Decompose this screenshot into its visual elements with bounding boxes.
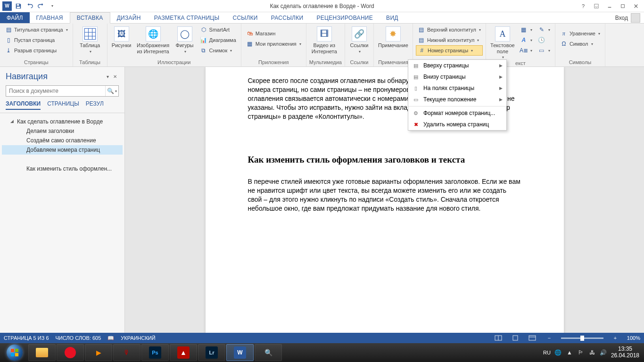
nav-node-root[interactable]: ◢Как сделать оглавление в Ворде — [2, 117, 123, 126]
tab-view[interactable]: ВИД — [380, 12, 405, 23]
textbox-button[interactable]: AТекстовое поле▾ — [489, 25, 516, 59]
tab-file[interactable]: ФАЙЛ — [0, 12, 30, 23]
status-page[interactable]: СТРАНИЦА 5 ИЗ 6 — [4, 335, 49, 341]
search-input[interactable] — [6, 86, 105, 96]
undo-icon[interactable] — [25, 1, 35, 11]
nav-node-2[interactable]: Создаём само оглавление — [2, 136, 123, 145]
taskbar-opera[interactable] — [57, 344, 84, 361]
qat-customize-icon[interactable]: ▾ — [47, 1, 58, 11]
table-button[interactable]: Таблица▾ — [76, 25, 104, 54]
tab-mailings[interactable]: РАССЫЛКИ — [264, 12, 310, 23]
object-button[interactable]: ▭▾ — [536, 45, 552, 56]
start-button[interactable] — [2, 344, 27, 361]
view-read-icon[interactable] — [493, 334, 504, 342]
maximize-icon[interactable] — [617, 1, 629, 11]
tab-review[interactable]: РЕЦЕНЗИРОВАНИЕ — [310, 12, 380, 23]
tray-lang[interactable]: RU — [543, 350, 551, 355]
nav-node-1[interactable]: Делаем заголовки — [2, 126, 123, 136]
taskbar-app2[interactable]: 🔍 — [255, 344, 282, 361]
shapes-button[interactable]: ◯Фигуры▾ — [173, 25, 196, 54]
minimize-icon[interactable] — [603, 1, 616, 11]
chart-button[interactable]: 📊Диаграмма — [198, 35, 238, 45]
menu-current-position[interactable]: ▭Текущее положение▶ — [408, 94, 506, 105]
taskbar-word[interactable]: W — [226, 344, 254, 361]
taskbar-mediaplayer[interactable]: ▶ — [85, 344, 112, 361]
nav-dropdown-icon[interactable]: ▾ — [104, 73, 111, 81]
taskbar-photoshop[interactable]: Ps — [141, 344, 169, 361]
page-number-button[interactable]: #Номер страницы▾ — [416, 45, 483, 56]
nav-node-4[interactable]: Как изменить стиль оформлен... — [2, 164, 123, 173]
nav-close-icon[interactable]: ✕ — [111, 73, 119, 81]
nav-node-3[interactable]: Добавляем номера страниц — [2, 145, 123, 155]
word-app-icon[interactable]: W — [2, 1, 12, 11]
zoom-out-icon[interactable]: − — [544, 334, 554, 342]
close-icon[interactable] — [630, 1, 642, 11]
status-language[interactable]: УКРАИНСКИЙ — [121, 335, 155, 341]
zoom-level[interactable]: 100% — [627, 335, 640, 341]
status-words[interactable]: ЧИСЛО СЛОВ: 605 — [56, 335, 101, 341]
zoom-slider[interactable] — [561, 337, 603, 339]
online-video-button[interactable]: 🎞Видео из Интернета — [309, 25, 339, 54]
tray-globe-icon[interactable]: 🌐 — [554, 349, 562, 356]
taskbar-app1[interactable]: 🎙 — [113, 344, 140, 361]
symbol-button[interactable]: ΩСимвол▾ — [558, 39, 602, 49]
search-icon[interactable]: 🔍▾ — [105, 86, 118, 96]
nav-tab-pages[interactable]: СТРАНИЦЫ — [47, 100, 79, 110]
myapps-button[interactable]: ▦Мои приложения▾ — [244, 39, 303, 49]
document-area[interactable]: Скорее всего после создания оглавления в… — [125, 67, 644, 333]
signin-area[interactable]: Вход — [615, 12, 644, 23]
signature-button[interactable]: ✎▾ — [536, 25, 552, 35]
online-pictures-button[interactable]: 🌐Изображения из Интернета — [135, 25, 172, 54]
page-break-button[interactable]: ⤓Разрыв страницы — [3, 45, 70, 56]
screenshot-button[interactable]: ⧉Снимок▾ — [198, 45, 238, 56]
taskbar-acrobat[interactable]: ▲ — [170, 344, 197, 361]
zoom-in-icon[interactable]: + — [610, 334, 620, 342]
tray-network-icon[interactable]: 🖧 — [588, 349, 596, 356]
tray-action-center-icon[interactable]: 🏳 — [577, 349, 585, 356]
header-button[interactable]: ▤Верхний колонтитул▾ — [416, 25, 483, 35]
quickparts-button[interactable]: ▦▾ — [518, 25, 534, 35]
online-pictures-icon: 🌐 — [146, 26, 161, 41]
footer-button[interactable]: ▤Нижний колонтитул▾ — [416, 35, 483, 45]
taskbar-explorer[interactable] — [28, 344, 56, 361]
menu-page-margins[interactable]: ▯На полях страницы▶ — [408, 82, 506, 94]
taskbar-lightroom[interactable]: Lr — [198, 344, 225, 361]
nav-tab-headings[interactable]: ЗАГОЛОВКИ — [6, 100, 41, 110]
tab-design[interactable]: ДИЗАЙН — [110, 12, 148, 23]
view-web-icon[interactable] — [527, 334, 537, 342]
tab-layout[interactable]: РАЗМЕТКА СТРАНИЦЫ — [148, 12, 226, 23]
tab-insert[interactable]: ВСТАВКА — [70, 12, 110, 24]
save-icon[interactable] — [13, 1, 24, 11]
blank-page-button[interactable]: ▯Пустая страница — [3, 35, 70, 45]
pictures-button[interactable]: 🖼Рисунки — [110, 25, 133, 49]
menu-remove-page-numbers[interactable]: ✖Удалить номера страниц — [408, 119, 506, 130]
tab-home[interactable]: ГЛАВНАЯ — [30, 12, 70, 23]
tray-clock[interactable]: 13:35 26.04.2018 — [611, 346, 639, 359]
redo-icon[interactable] — [36, 1, 46, 11]
tab-references[interactable]: ССЫЛКИ — [226, 12, 264, 23]
store-button[interactable]: 🛍Магазин — [244, 28, 303, 39]
page-number-menu: ▤Вверху страницы▶ ▤Внизу страницы▶ ▯На п… — [408, 59, 507, 131]
system-tray: RU 🌐 ▲ 🏳 🖧 🔊 13:35 26.04.2018 — [543, 346, 642, 359]
textbox-label: Текстовое поле — [489, 42, 516, 54]
ribbon-display-icon[interactable] — [590, 1, 603, 11]
status-proofing-icon[interactable]: 📖 — [107, 335, 114, 341]
menu-bottom-of-page[interactable]: ▤Внизу страницы▶ — [408, 71, 506, 82]
tray-volume-icon[interactable]: 🔊 — [600, 349, 607, 356]
zoom-thumb[interactable] — [580, 336, 584, 341]
equation-button[interactable]: πУравнение▾ — [558, 28, 602, 39]
links-button[interactable]: 🔗Ссылки▾ — [348, 25, 371, 54]
wordart-button[interactable]: A▾ — [518, 35, 534, 45]
video-icon: 🎞 — [317, 26, 332, 41]
tray-chevron-up-icon[interactable]: ▲ — [566, 349, 573, 356]
comment-button[interactable]: ✸Примечание — [377, 25, 410, 49]
menu-top-of-page[interactable]: ▤Вверху страницы▶ — [408, 60, 506, 71]
smartart-button[interactable]: ⬡SmartArt — [198, 25, 238, 35]
nav-tab-results[interactable]: РЕЗУЛ — [86, 100, 104, 110]
help-icon[interactable]: ? — [577, 1, 589, 11]
cover-page-button[interactable]: ▤Титульная страница▾ — [3, 25, 70, 35]
dropcap-button[interactable]: A≣▾ — [518, 45, 534, 56]
datetime-button[interactable]: 🕓 — [536, 35, 552, 45]
view-print-icon[interactable] — [510, 334, 520, 342]
menu-format-page-numbers[interactable]: ⚙Формат номеров страниц... — [408, 107, 506, 119]
